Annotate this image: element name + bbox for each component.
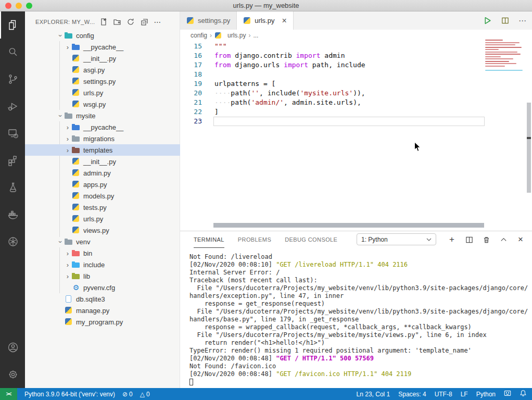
breadcrumb-item[interactable]: urls.py xyxy=(227,32,246,39)
horizontal-scrollbar[interactable] xyxy=(213,223,484,228)
split-terminal-icon[interactable] xyxy=(464,234,474,245)
chevron-collapsed-icon[interactable]: › xyxy=(64,135,72,143)
minimize-window-button[interactable] xyxy=(16,3,22,9)
tree-item--pycache-[interactable]: ›__pycache__ xyxy=(25,41,180,53)
new-folder-icon[interactable] xyxy=(110,17,124,27)
chevron-collapsed-icon[interactable]: › xyxy=(64,123,72,131)
tree-item-venv[interactable]: ›venv xyxy=(25,236,180,247)
panel-tab-problems[interactable]: PROBLEMS xyxy=(238,231,271,248)
minimap[interactable] xyxy=(485,40,526,86)
tree-item-urls-py[interactable]: urls.py xyxy=(25,87,180,98)
tree-item-pyvenv-cfg[interactable]: ⚙pyvenv.cfg xyxy=(25,282,180,293)
code-line-21[interactable]: 21····path('admin/', admin.site.urls), xyxy=(180,98,513,107)
tree-item-tests-py[interactable]: tests.py xyxy=(25,202,180,213)
code-line-17[interactable]: 17from django.urls import path, include xyxy=(180,60,513,70)
refresh-icon[interactable] xyxy=(124,17,137,27)
python-interpreter-status[interactable]: Python 3.9.0 64-bit ('venv': venv) xyxy=(24,391,115,398)
encoding-status[interactable]: UTF-8 xyxy=(435,391,452,398)
chevron-expanded-icon[interactable]: › xyxy=(57,238,65,246)
error-count[interactable]: ⊘0 xyxy=(122,391,133,398)
eol-status[interactable]: LF xyxy=(461,391,468,398)
chevron-expanded-icon[interactable]: › xyxy=(57,31,65,40)
code-line-16[interactable]: 16from django.contrib import admin xyxy=(180,51,513,60)
tree-item-include[interactable]: ›include xyxy=(25,259,180,270)
activity-run-debug-icon[interactable] xyxy=(0,93,25,120)
close-panel-icon[interactable]: × xyxy=(515,234,526,245)
close-window-button[interactable] xyxy=(5,3,11,9)
indentation-status[interactable]: Spaces: 4 xyxy=(398,391,426,398)
notifications-bell-icon[interactable] xyxy=(520,390,527,398)
tree-item-settings-py[interactable]: settings.py xyxy=(25,76,180,87)
kill-terminal-icon[interactable] xyxy=(481,234,491,245)
collapse-all-icon[interactable] xyxy=(137,17,151,27)
editor-more-actions-icon[interactable]: ⋯ xyxy=(516,15,529,27)
close-tab-icon[interactable]: × xyxy=(282,17,286,25)
editor-tab-settings-py[interactable]: settings.py xyxy=(180,11,237,30)
code-line-18[interactable]: 18 xyxy=(180,70,513,79)
activity-source-control-icon[interactable] xyxy=(0,66,25,93)
terminal-line: return render("<h1>hello!</h1>") xyxy=(189,339,528,347)
activity-search-icon[interactable] xyxy=(0,39,25,66)
tree-item-db-sqlite3[interactable]: db.sqlite3 xyxy=(25,293,180,305)
activity-account-icon[interactable] xyxy=(0,334,25,361)
tree-item-label: mysite xyxy=(76,112,96,120)
remote-indicator[interactable]: >< xyxy=(0,388,17,400)
tree-item-urls-py[interactable]: urls.py xyxy=(25,213,180,224)
language-mode-status[interactable]: Python xyxy=(476,391,496,398)
chevron-collapsed-icon[interactable]: › xyxy=(64,43,72,51)
activity-remote-explorer-icon[interactable] xyxy=(0,120,25,147)
tree-item-bin[interactable]: ›bin xyxy=(25,247,180,259)
tree-item-config[interactable]: ›config xyxy=(25,30,180,41)
tree-item-mysite[interactable]: ›mysite xyxy=(25,110,180,121)
panel-tab-debug-console[interactable]: DEBUG CONSOLE xyxy=(285,231,337,248)
tree-item--init-py[interactable]: __init__.py xyxy=(25,53,180,64)
breadcrumb-item[interactable]: config xyxy=(191,32,207,39)
split-editor-icon[interactable] xyxy=(499,15,511,27)
new-terminal-icon[interactable]: + xyxy=(447,234,457,245)
tree-item-my-program-py[interactable]: my_program.py xyxy=(25,316,180,328)
tree-item-lib[interactable]: ›lib xyxy=(25,270,180,282)
run-file-button[interactable] xyxy=(481,15,493,27)
tree-item-templates[interactable]: ›templates xyxy=(25,144,180,156)
vertical-scrollbar[interactable] xyxy=(527,103,531,193)
tree-item--pycache-[interactable]: ›__pycache__ xyxy=(25,121,180,133)
code-line-22[interactable]: 22] xyxy=(180,107,513,117)
warning-count[interactable]: △0 xyxy=(140,391,150,398)
tree-item-manage-py[interactable]: manage.py xyxy=(25,305,180,316)
tree-item-apps-py[interactable]: apps.py xyxy=(25,179,180,190)
new-file-icon[interactable] xyxy=(97,17,110,27)
editor-tab-urls-py[interactable]: urls.py× xyxy=(237,11,294,30)
activity-extensions-icon[interactable] xyxy=(0,147,25,174)
zoom-window-button[interactable] xyxy=(26,3,32,9)
chevron-expanded-icon[interactable]: › xyxy=(57,111,65,120)
activity-settings-icon[interactable] xyxy=(0,361,25,388)
activity-kubernetes-icon[interactable] xyxy=(0,228,25,255)
tree-item-asgi-py[interactable]: asgi.py xyxy=(25,64,180,76)
more-actions-icon[interactable]: ⋯ xyxy=(151,17,164,27)
tree-item-migrations[interactable]: ›migrations xyxy=(25,133,180,144)
breadcrumb-item[interactable]: ... xyxy=(253,32,258,39)
code-line-19[interactable]: 19urlpatterns = [ xyxy=(180,79,513,89)
terminal-selector-dropdown[interactable]: 1: Python xyxy=(357,233,436,245)
terminal-output[interactable]: Not Found: /livereload[02/Nov/2020 00:08… xyxy=(189,253,528,386)
chevron-collapsed-icon[interactable]: › xyxy=(64,249,72,257)
code-line-15[interactable]: 15""" xyxy=(180,42,513,51)
tree-item--init-py[interactable]: __init__.py xyxy=(25,156,180,167)
chevron-collapsed-icon[interactable]: › xyxy=(64,272,72,280)
cursor-position-status[interactable]: Ln 23, Col 1 xyxy=(357,391,390,398)
tree-item-models-py[interactable]: models.py xyxy=(25,190,180,202)
code-line-23[interactable]: 23 xyxy=(180,117,513,126)
panel-tab-terminal[interactable]: TERMINAL xyxy=(194,231,224,248)
code-line-20[interactable]: 20····path('', include('mysite.urls')), xyxy=(180,89,513,98)
code-viewport[interactable]: 15"""16from django.contrib import admin1… xyxy=(180,42,513,126)
tree-item-admin-py[interactable]: admin.py xyxy=(25,167,180,179)
tree-item-views-py[interactable]: views.py xyxy=(25,224,180,236)
feedback-icon[interactable] xyxy=(504,390,511,398)
tree-item-wsgi-py[interactable]: wsgi.py xyxy=(25,98,180,110)
chevron-collapsed-icon[interactable]: › xyxy=(64,146,72,154)
activity-test-icon[interactable] xyxy=(0,174,25,201)
maximize-panel-icon[interactable] xyxy=(498,234,509,245)
activity-explorer-icon[interactable] xyxy=(0,11,25,39)
chevron-collapsed-icon[interactable]: › xyxy=(64,261,72,269)
activity-docker-icon[interactable] xyxy=(0,201,25,228)
